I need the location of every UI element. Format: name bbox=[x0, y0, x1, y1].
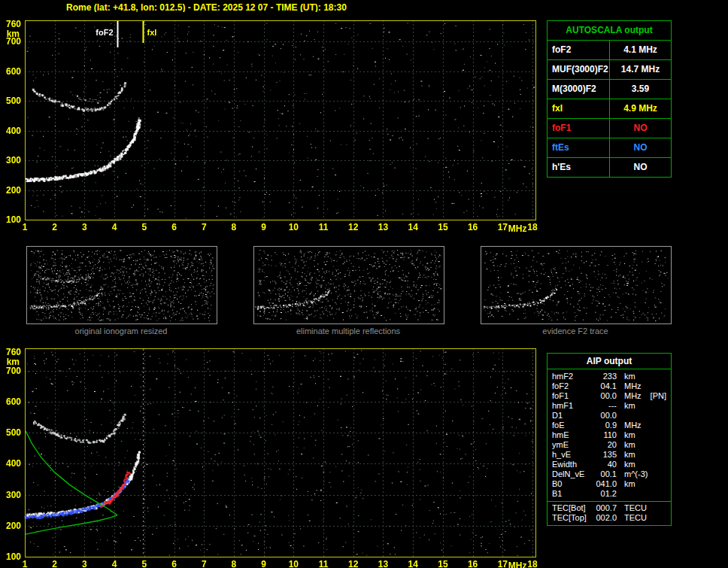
top-ionogram-chart bbox=[0, 12, 545, 238]
row-value: 4.1 MHz bbox=[610, 41, 671, 59]
row-unit: km bbox=[624, 460, 635, 469]
row-note: [PN] bbox=[651, 391, 666, 401]
row-label: M(3000)F2 bbox=[548, 80, 610, 99]
row-unit: km bbox=[624, 401, 635, 411]
row-value: NO bbox=[610, 138, 671, 157]
thumbnail-original-ionogram bbox=[26, 246, 217, 324]
row-unit: km bbox=[624, 479, 635, 489]
thumbnail-eliminate-reflections bbox=[253, 246, 444, 324]
row-label: foE bbox=[552, 421, 591, 430]
page-title: Rome (lat: +41.8, lon: 012.5) - DATE: 20… bbox=[66, 2, 347, 13]
table-row: TEC[Top]002.0TECU bbox=[548, 513, 671, 523]
row-value: 20 bbox=[591, 440, 617, 450]
row-label: DelN_vE bbox=[552, 469, 591, 479]
aip-output-panel: AIP output hmF2233kmfoF204.1MHzfoF100.0M… bbox=[547, 353, 672, 526]
thumbnail-evidence-f2-trace bbox=[481, 246, 672, 324]
table-row: B0041.0km bbox=[548, 479, 671, 489]
row-label: B0 bbox=[552, 479, 591, 489]
row-unit: m^(-3) bbox=[624, 469, 648, 479]
row-label: ymE bbox=[552, 440, 591, 450]
thumbnail-caption-evidence: evidence F2 trace bbox=[480, 327, 671, 336]
row-label: Ewidth bbox=[552, 460, 591, 469]
table-row: fxI4.9 MHz bbox=[548, 99, 671, 118]
row-label: B1 bbox=[552, 489, 591, 499]
row-value: 4.9 MHz bbox=[610, 99, 671, 118]
row-unit: km bbox=[624, 430, 635, 440]
row-label: foF1 bbox=[548, 119, 610, 138]
row-label: h'Es bbox=[548, 158, 610, 177]
table-row: D100.0 bbox=[548, 411, 671, 421]
row-label: h_vE bbox=[552, 450, 591, 460]
row-value: 04.1 bbox=[591, 381, 617, 391]
autoscala-output-panel: AUTOSCALA output foF24.1 MHzMUF(3000)F21… bbox=[547, 20, 672, 178]
table-row: M(3000)F23.59 bbox=[548, 79, 671, 99]
table-row: foF204.1MHz bbox=[548, 381, 671, 391]
row-value: 14.7 MHz bbox=[610, 60, 671, 79]
aip-header: AIP output bbox=[548, 354, 671, 369]
table-row: hmF1---km bbox=[548, 401, 671, 411]
row-unit: TECU bbox=[624, 513, 647, 523]
row-unit: km bbox=[624, 450, 635, 460]
row-unit: km bbox=[624, 372, 635, 381]
row-value: 110 bbox=[591, 430, 617, 440]
autoscala-header: AUTOSCALA output bbox=[548, 21, 671, 40]
thumbnail-caption-reflections: eliminate multiple reflections bbox=[253, 327, 444, 336]
row-unit: MHz bbox=[624, 421, 642, 430]
autoscala-rows: foF24.1 MHzMUF(3000)F214.7 MHzM(3000)F23… bbox=[548, 40, 671, 177]
table-row: hmE110km bbox=[548, 430, 671, 440]
row-value: --- bbox=[591, 401, 617, 411]
row-unit: TECU bbox=[624, 503, 647, 513]
row-label: foF2 bbox=[548, 41, 610, 59]
row-label: foF2 bbox=[552, 381, 591, 391]
row-value: 000.7 bbox=[591, 503, 617, 513]
table-row: MUF(3000)F214.7 MHz bbox=[548, 59, 671, 79]
row-value: 01.2 bbox=[591, 489, 617, 499]
table-row: foF24.1 MHz bbox=[548, 40, 671, 59]
table-row: h'EsNO bbox=[548, 157, 671, 177]
row-label: foF1 bbox=[552, 391, 591, 401]
row-value: NO bbox=[610, 119, 671, 138]
aip-tec-rows: TEC[Bot]000.7TECUTEC[Top]002.0TECU bbox=[548, 503, 671, 523]
table-row: hmF2233km bbox=[548, 372, 671, 381]
row-unit: MHz bbox=[624, 381, 642, 391]
row-unit: MHz bbox=[624, 391, 642, 401]
row-label: ftEs bbox=[548, 138, 610, 157]
bottom-ionogram-chart bbox=[0, 340, 545, 568]
row-label: fxI bbox=[548, 99, 610, 118]
row-value: 041.0 bbox=[591, 479, 617, 489]
row-value: 135 bbox=[591, 450, 617, 460]
row-label: TEC[Top] bbox=[552, 513, 591, 523]
table-row: h_vE135km bbox=[548, 450, 671, 460]
row-value: 00.0 bbox=[591, 411, 617, 421]
table-row: Ewidth40km bbox=[548, 460, 671, 469]
row-value: 00.0 bbox=[591, 391, 617, 401]
row-value: 3.59 bbox=[610, 80, 671, 99]
table-row: TEC[Bot]000.7TECU bbox=[548, 503, 671, 513]
row-label: hmF1 bbox=[552, 401, 591, 411]
row-label: hmE bbox=[552, 430, 591, 440]
table-row: foF100.0MHz[PN] bbox=[548, 391, 671, 401]
row-label: TEC[Bot] bbox=[552, 503, 591, 513]
aip-tec-divider bbox=[548, 501, 671, 502]
row-label: hmF2 bbox=[552, 372, 591, 381]
table-row: foF1NO bbox=[548, 118, 671, 138]
row-unit: km bbox=[624, 440, 635, 450]
row-value: 002.0 bbox=[591, 513, 617, 523]
table-row: ymE20km bbox=[548, 440, 671, 450]
thumbnail-caption-original: original ionogram resized bbox=[26, 327, 217, 336]
row-value: NO bbox=[610, 158, 671, 177]
row-label: MUF(3000)F2 bbox=[548, 60, 610, 79]
aip-rows: hmF2233kmfoF204.1MHzfoF100.0MHz[PN]hmF1-… bbox=[548, 372, 671, 499]
row-value: 233 bbox=[591, 372, 617, 381]
row-value: 00.1 bbox=[591, 469, 617, 479]
row-label: D1 bbox=[552, 411, 591, 421]
table-row: DelN_vE00.1m^(-3) bbox=[548, 469, 671, 479]
row-value: 40 bbox=[591, 460, 617, 469]
table-row: ftEsNO bbox=[548, 138, 671, 157]
table-row: foE0.9MHz bbox=[548, 421, 671, 430]
row-value: 0.9 bbox=[591, 421, 617, 430]
table-row: B101.2 bbox=[548, 489, 671, 499]
